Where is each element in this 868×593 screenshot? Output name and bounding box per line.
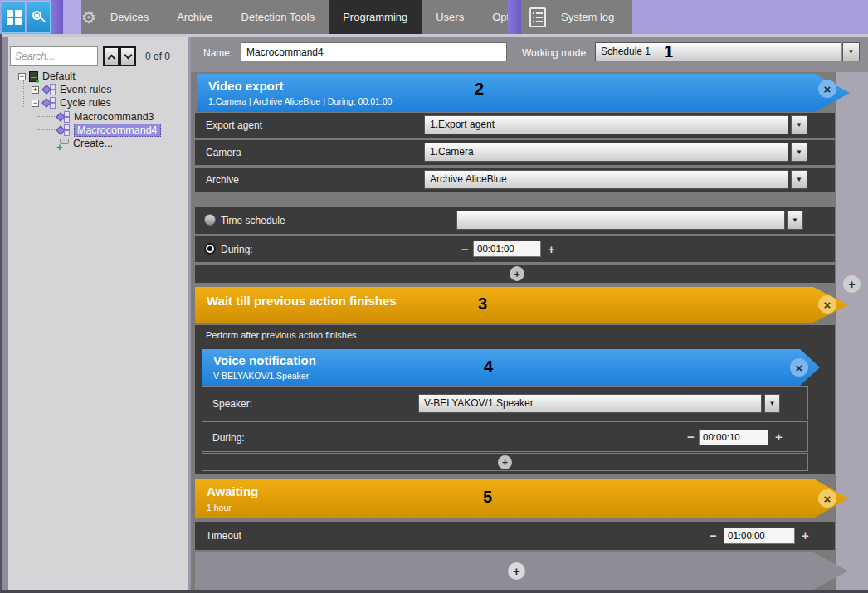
add-branch-button[interactable]: +: [843, 275, 861, 293]
expand-expander-icon[interactable]: +: [32, 86, 39, 94]
annotation-3: 3: [478, 294, 487, 314]
tree-item-macrocommand4[interactable]: Macrocommand4: [56, 124, 161, 137]
export-agent-row: Export agent 1.Export agent ▼: [195, 113, 835, 138]
video-export-close-button[interactable]: ×: [818, 80, 836, 98]
annotation-4: 4: [484, 357, 493, 377]
timeout-row: Timeout − +: [195, 522, 835, 550]
during-decrement-button[interactable]: −: [461, 243, 469, 255]
chevron-up-icon: [107, 54, 115, 62]
rule-icon: [42, 97, 56, 109]
collapse-expander-icon[interactable]: −: [32, 100, 39, 107]
during-increment-button[interactable]: +: [548, 243, 555, 255]
timeout-value-input[interactable]: [724, 527, 795, 544]
tab-archive[interactable]: Archive: [163, 0, 227, 34]
accent-stripe: [508, 0, 521, 34]
archive-select[interactable]: Archive AliceBlue: [424, 170, 788, 189]
camera-label: Camera: [206, 147, 241, 158]
time-schedule-select[interactable]: [456, 211, 785, 230]
voice-during-increment-button[interactable]: +: [775, 430, 783, 443]
create-icon: +: [56, 138, 69, 149]
sidebar-left-stripe: [2, 37, 8, 590]
tab-detection-tools[interactable]: Detection Tools: [227, 0, 329, 34]
accent-stripe: [51, 0, 63, 34]
tree-item-cycle-rules[interactable]: − Cycle rules: [32, 96, 111, 109]
tab-users[interactable]: Users: [422, 0, 478, 34]
topbar: ⚙ Devices Archive Detection Tools Progra…: [0, 0, 868, 34]
add-nested-action-button[interactable]: +: [498, 455, 512, 469]
awaiting-close-button[interactable]: ×: [818, 489, 836, 508]
search-prev-button[interactable]: [103, 46, 119, 66]
during-value-input[interactable]: [473, 241, 541, 257]
camera-row: Camera 1.Camera ▼: [195, 140, 835, 165]
system-log-section[interactable]: System log: [521, 0, 632, 34]
tree-item-create[interactable]: + Create...: [56, 137, 113, 150]
tree-item-label: Event rules: [60, 84, 112, 95]
archive-row: Archive Archive AliceBlue ▼: [195, 168, 835, 192]
voice-during-decrement-button[interactable]: −: [687, 430, 695, 443]
timeout-decrement-button[interactable]: −: [710, 529, 717, 542]
working-mode-dropdown-arrow[interactable]: ▼: [842, 42, 860, 61]
time-schedule-dropdown-arrow[interactable]: ▼: [787, 211, 803, 230]
tree-item-default[interactable]: − Default: [18, 70, 76, 83]
search-next-button[interactable]: [119, 46, 136, 66]
time-schedule-label: Time schedule: [221, 215, 285, 226]
tab-programming[interactable]: Programming: [329, 0, 422, 34]
tree-guide: [23, 80, 24, 107]
voice-during-row: During: − +: [202, 421, 808, 452]
time-schedule-radio[interactable]: [204, 214, 216, 226]
macro-name-input[interactable]: [241, 42, 507, 61]
video-export-title: Video export: [208, 79, 284, 93]
collapse-expander-icon[interactable]: −: [18, 73, 26, 80]
during-radio[interactable]: [204, 243, 216, 255]
timeout-label: Timeout: [206, 530, 241, 542]
wait-title: Wait till previous action finishes: [207, 294, 397, 308]
export-agent-dropdown-arrow[interactable]: ▼: [791, 115, 807, 134]
gear-icon[interactable]: ⚙: [81, 7, 96, 27]
during-row: During: − +: [195, 236, 835, 262]
export-agent-select[interactable]: 1.Export agent: [424, 115, 788, 134]
working-mode-label: Working mode: [522, 47, 586, 59]
search-monitor-icon: [32, 11, 46, 24]
speaker-dropdown-arrow[interactable]: ▼: [764, 394, 780, 413]
tree-guide: [37, 129, 56, 130]
window-bottom-border: [0, 590, 868, 593]
camera-dropdown-arrow[interactable]: ▼: [791, 143, 807, 162]
timeout-increment-button[interactable]: +: [802, 529, 809, 542]
camera-select[interactable]: 1.Camera: [424, 143, 788, 162]
sidebar: 0 of 0 − Default + Event rules − Cycle r…: [8, 37, 188, 590]
working-mode-select[interactable]: Schedule 1: [595, 42, 841, 61]
voice-during-value-input[interactable]: [699, 429, 768, 445]
server-icon: [29, 71, 38, 82]
speaker-row: Speaker: V-BELYAKOV/1.Speaker ▼: [202, 386, 808, 420]
voice-notification-title: Voice notification: [213, 353, 316, 367]
add-section-button[interactable]: +: [508, 562, 525, 580]
archive-dropdown-arrow[interactable]: ▼: [791, 170, 807, 189]
speaker-select[interactable]: V-BELYAKOV/1.Speaker: [418, 394, 762, 413]
tree-item-macrocommand3[interactable]: Macrocommand3: [56, 110, 154, 124]
wait-close-button[interactable]: ×: [818, 295, 836, 314]
tab-devices[interactable]: Devices: [96, 0, 163, 34]
awaiting-subtitle: 1 hour: [207, 503, 232, 513]
annotation-1: 1: [664, 42, 673, 61]
awaiting-header: Awaiting 1 hour: [195, 479, 848, 518]
tree-item-label: Default: [42, 70, 76, 82]
voice-notification-header: Voice notification V-BELYAKOV/1.Speaker: [202, 349, 820, 386]
system-log-icon: [529, 7, 546, 27]
during-label: During:: [221, 244, 253, 255]
tree-guide: [37, 116, 56, 117]
voice-during-label: During:: [212, 432, 245, 444]
search-monitor-button[interactable]: [27, 1, 51, 33]
video-export-header: Video export 1.Camera | Archive AliceBlu…: [197, 74, 850, 112]
app-window: ⚙ Devices Archive Detection Tools Progra…: [0, 0, 868, 593]
name-label: Name:: [203, 47, 232, 59]
search-input[interactable]: [10, 46, 98, 66]
macro-add-band: +: [195, 552, 848, 590]
tree-item-event-rules[interactable]: + Event rules: [32, 83, 112, 96]
voice-notification-close-button[interactable]: ×: [790, 358, 808, 377]
add-action-button[interactable]: +: [510, 266, 524, 281]
apps-grid-button[interactable]: [2, 1, 26, 33]
macro-icon: [56, 124, 71, 136]
annotation-2: 2: [475, 80, 484, 99]
perform-after-label: Perform after previous action finishes: [206, 330, 357, 340]
wait-header: Wait till previous action finishes: [195, 287, 848, 323]
